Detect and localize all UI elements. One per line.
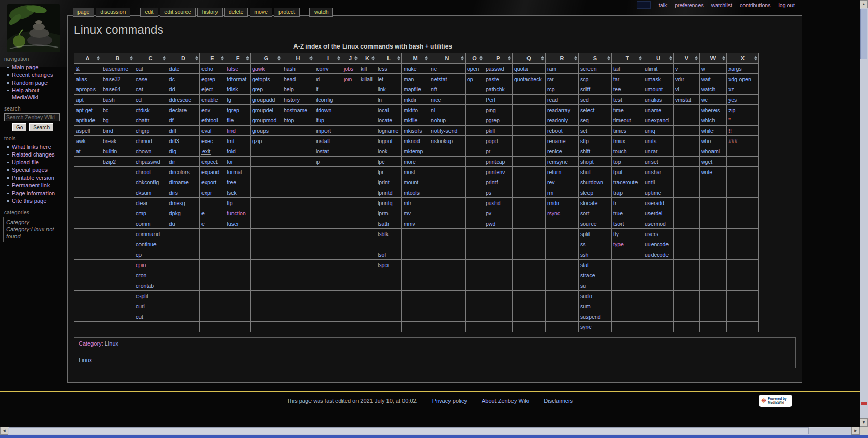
- command-link[interactable]: echo: [202, 66, 213, 72]
- command-link[interactable]: wc: [701, 97, 708, 103]
- sort-icon[interactable]: [695, 56, 698, 60]
- command-link[interactable]: expand: [202, 169, 219, 175]
- command-link[interactable]: fold: [227, 148, 236, 154]
- sort-icon[interactable]: [371, 56, 375, 60]
- command-link[interactable]: Perf: [486, 97, 495, 103]
- command-link[interactable]: apt-get: [76, 107, 93, 113]
- command-link[interactable]: cut: [136, 314, 143, 320]
- command-link[interactable]: ip: [316, 159, 320, 165]
- command-link[interactable]: bash: [103, 97, 115, 103]
- command-link[interactable]: tty: [613, 231, 619, 237]
- command-link[interactable]: read: [547, 97, 558, 103]
- command-link[interactable]: zip: [729, 107, 735, 113]
- sort-icon[interactable]: [425, 56, 428, 60]
- column-header-k[interactable]: K: [359, 53, 376, 64]
- command-link[interactable]: format: [227, 169, 242, 175]
- command-link[interactable]: umask: [645, 76, 661, 82]
- sidebar-item-related-changes[interactable]: Related changes: [7, 151, 61, 159]
- command-link[interactable]: dirs: [169, 190, 178, 196]
- command-link[interactable]: basename: [103, 66, 128, 72]
- command-link[interactable]: killall: [361, 76, 373, 82]
- command-link[interactable]: set: [580, 128, 587, 134]
- command-link[interactable]: join: [344, 76, 352, 82]
- command-link[interactable]: mtr: [404, 200, 411, 206]
- footer-link-about-zenbey-wiki[interactable]: About Zenbey Wiki: [482, 398, 529, 404]
- command-link[interactable]: sudo: [580, 293, 592, 299]
- command-link[interactable]: comm: [136, 221, 151, 227]
- command-link[interactable]: less: [378, 66, 388, 72]
- command-link[interactable]: let: [378, 76, 383, 82]
- command-link[interactable]: dig: [169, 148, 176, 154]
- command-link[interactable]: type: [613, 241, 624, 247]
- command-link[interactable]: open: [467, 66, 479, 72]
- command-link[interactable]: eval: [202, 128, 211, 134]
- command-link[interactable]: ss: [580, 241, 586, 247]
- command-link[interactable]: mkfifo: [404, 107, 418, 113]
- command-link[interactable]: cron: [136, 272, 146, 278]
- command-link[interactable]: eject: [202, 86, 213, 92]
- command-link[interactable]: getopts: [252, 76, 270, 82]
- command-link[interactable]: pushd: [486, 200, 501, 206]
- command-link[interactable]: source: [580, 221, 597, 227]
- command-link[interactable]: lsattr: [378, 221, 390, 227]
- command-link[interactable]: select: [580, 107, 594, 113]
- command-link[interactable]: man: [404, 76, 414, 82]
- command-link[interactable]: yes: [729, 97, 737, 103]
- sidebar-item-random-page[interactable]: Random page: [7, 79, 61, 87]
- command-link[interactable]: crontab: [136, 283, 154, 289]
- command-link[interactable]: tsort: [613, 221, 624, 227]
- command-link[interactable]: mv: [404, 210, 411, 216]
- sort-icon[interactable]: [479, 56, 483, 60]
- command-link[interactable]: xz: [729, 86, 734, 92]
- command-link[interactable]: dircolors: [169, 169, 190, 175]
- personal-link-contributions[interactable]: contributions: [740, 2, 771, 8]
- command-link[interactable]: while: [701, 128, 714, 134]
- command-link[interactable]: sdiff: [580, 86, 590, 92]
- command-link[interactable]: uniq: [645, 128, 655, 134]
- command-link[interactable]: rev: [547, 179, 555, 185]
- command-link[interactable]: seq: [580, 117, 589, 123]
- command-link[interactable]: wait: [701, 76, 711, 82]
- command-link[interactable]: timeout: [613, 117, 631, 123]
- command-link[interactable]: shuf: [580, 169, 591, 175]
- command-link[interactable]: printf: [486, 179, 498, 185]
- command-link[interactable]: test: [613, 97, 622, 103]
- command-link[interactable]: printcap: [486, 159, 505, 165]
- command-link[interactable]: cp: [136, 252, 142, 258]
- sidebar-item-what-links-here[interactable]: What links here: [7, 143, 61, 151]
- command-link[interactable]: df: [169, 117, 174, 123]
- command-link[interactable]: break: [103, 138, 116, 144]
- command-link[interactable]: usermod: [645, 221, 666, 227]
- command-link[interactable]: nohup: [431, 117, 446, 123]
- command-link[interactable]: false: [227, 66, 238, 72]
- command-link[interactable]: ps: [486, 190, 491, 196]
- command-link[interactable]: whoami: [701, 148, 720, 154]
- command-link[interactable]: enable: [202, 97, 218, 103]
- column-header-r[interactable]: R: [546, 53, 579, 64]
- command-link[interactable]: dd: [169, 86, 175, 92]
- command-link[interactable]: base32: [103, 76, 120, 82]
- command-link[interactable]: groupadd: [252, 97, 275, 103]
- command-link[interactable]: hash: [284, 66, 296, 72]
- command-link[interactable]: kill: [361, 66, 367, 72]
- command-link[interactable]: mtools: [404, 190, 420, 196]
- column-header-m[interactable]: M: [402, 53, 429, 64]
- sort-icon[interactable]: [754, 56, 757, 60]
- command-link[interactable]: shift: [580, 148, 590, 154]
- command-link[interactable]: shutdown: [580, 179, 603, 185]
- command-link[interactable]: tput: [613, 169, 623, 175]
- personal-link-talk[interactable]: talk: [659, 2, 667, 8]
- footer-link-disclaimers[interactable]: Disclaimers: [544, 398, 573, 404]
- command-link[interactable]: lprintq: [378, 200, 393, 206]
- command-link[interactable]: unshar: [645, 169, 661, 175]
- command-link[interactable]: fdformat: [227, 76, 247, 82]
- command-link[interactable]: free: [227, 179, 236, 185]
- command-link[interactable]: expr: [202, 190, 212, 196]
- command-link[interactable]: rename: [547, 138, 566, 144]
- command-link[interactable]: id: [316, 76, 320, 82]
- command-link[interactable]: chmod: [136, 138, 152, 144]
- command-link[interactable]: bc: [103, 107, 109, 113]
- command-link[interactable]: cfdisk: [136, 107, 150, 113]
- command-link[interactable]: ifconfig: [316, 97, 333, 103]
- sidebar-item-printable-version[interactable]: Printable version: [7, 174, 61, 182]
